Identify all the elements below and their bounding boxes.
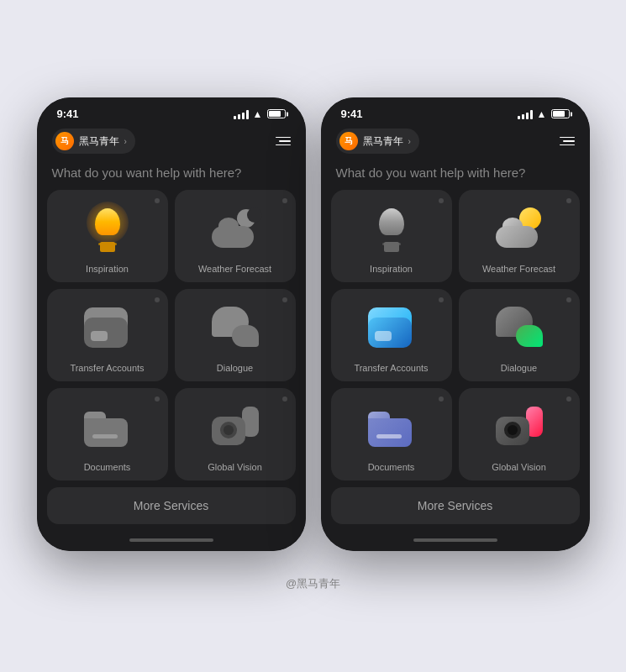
documents-icon-left [82,402,133,452]
chevron-icon-left: › [124,137,127,146]
grid-item-forecast-right[interactable]: Weather Forecast [459,190,580,282]
time-right: 9:41 [341,108,363,120]
forecast-icon-right [494,203,544,254]
avatar-right: 马 [339,132,358,150]
dot [439,396,444,402]
header-right: 马 黑马青年 › [321,123,590,162]
grid-label-forecast-left: Weather Forecast [198,264,271,274]
profile-name-right: 黑马青年 [363,134,403,149]
grid-left: Inspiration Weath [37,190,306,480]
grid-label-inspiration-left: Inspiration [86,264,129,274]
grid-label-documents-left: Documents [84,462,131,472]
inspiration-icon-left [82,203,133,254]
header-left: 马 黑马青年 › [37,123,306,162]
accounts-icon-left [82,302,133,353]
grid-label-accounts-right: Transfer Accounts [354,363,428,373]
profile-chip-right[interactable]: 马 黑马青年 › [336,129,419,154]
dialogue-icon-right [494,302,544,353]
grid-item-inspiration-right[interactable]: Inspiration [331,190,452,282]
dot [282,396,287,402]
home-indicator-right [321,534,590,551]
dot [439,198,444,203]
dot [155,198,160,203]
phone-left: 9:41 ▲ [37,97,306,551]
grid-label-documents-right: Documents [368,462,415,472]
grid-item-documents-left[interactable]: Documents [47,388,168,480]
grid-label-vision-left: Global Vision [208,462,262,472]
grid-label-dialogue-left: Dialogue [217,363,253,373]
dot [566,396,571,402]
status-icons-left: ▲ [234,108,286,120]
grid-label-dialogue-right: Dialogue [501,363,537,373]
signal-icon [234,109,249,119]
vision-icon-left [210,402,260,452]
forecast-icon-left [210,203,260,254]
question-right: What do you want help with here? [321,162,590,190]
avatar-left: 马 [55,132,74,150]
grid-label-forecast-right: Weather Forecast [482,264,555,274]
time-left: 9:41 [57,108,79,120]
phone-right: 9:41 ▲ [321,97,590,551]
inspiration-icon-right [366,203,417,254]
chevron-icon-right: › [408,137,411,146]
dot [282,198,287,203]
grid-item-accounts-right[interactable]: Transfer Accounts [331,289,452,381]
profile-name-left: 黑马青年 [79,134,119,149]
dot [155,396,160,402]
home-indicator-left [37,534,306,551]
grid-right: Inspiration Weather Forecast [321,190,590,480]
question-left: What do you want help with here? [37,162,306,190]
dot [282,297,287,302]
credit-label: @黑马青年 [286,576,340,591]
dot [566,297,571,302]
dot [439,297,444,302]
grid-item-dialogue-left[interactable]: Dialogue [175,289,296,381]
more-services-left[interactable]: More Services [47,487,296,524]
grid-item-forecast-left[interactable]: Weather Forecast [175,190,296,282]
grid-item-inspiration-left[interactable]: Inspiration [47,190,168,282]
grid-item-vision-right[interactable]: Global Vision [459,388,580,480]
documents-icon-right [366,402,417,452]
wifi-icon: ▲ [253,108,263,120]
dot [155,297,160,302]
grid-item-accounts-left[interactable]: Transfer Accounts [47,289,168,381]
battery-icon-right [551,109,570,118]
menu-button-left[interactable] [276,137,291,146]
battery-icon [267,109,286,118]
grid-item-documents-right[interactable]: Documents [331,388,452,480]
signal-icon-right [518,109,533,119]
grid-item-dialogue-right[interactable]: Dialogue [459,289,580,381]
phones-container: 9:41 ▲ [20,81,607,568]
status-bar-left: 9:41 ▲ [37,97,306,123]
dot [566,198,571,203]
status-icons-right: ▲ [518,108,570,120]
accounts-icon-right [366,302,417,353]
profile-chip-left[interactable]: 马 黑马青年 › [52,129,135,154]
more-services-right[interactable]: More Services [331,487,580,524]
dialogue-icon-left [210,302,260,353]
grid-label-vision-right: Global Vision [492,462,546,472]
vision-icon-right [494,402,544,452]
wifi-icon-right: ▲ [537,108,547,120]
menu-button-right[interactable] [560,137,575,146]
grid-item-vision-left[interactable]: Global Vision [175,388,296,480]
grid-label-inspiration-right: Inspiration [370,264,413,274]
grid-label-accounts-left: Transfer Accounts [70,363,144,373]
status-bar-right: 9:41 ▲ [321,97,590,123]
